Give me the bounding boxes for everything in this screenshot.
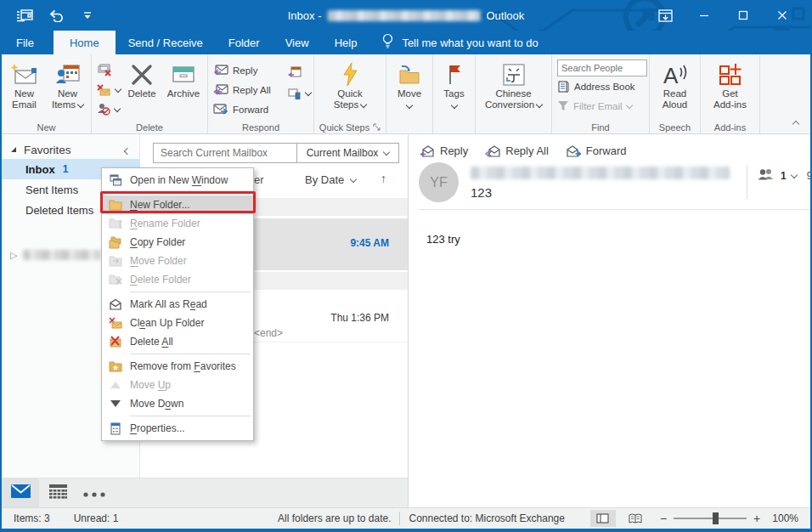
- group-label-quick-steps: Quick Steps: [314, 122, 386, 133]
- address-book-button[interactable]: Address Book: [552, 76, 649, 96]
- tell-me-box[interactable]: Tell me what you want to do: [381, 31, 538, 54]
- dialog-launcher-icon[interactable]: [373, 122, 381, 133]
- chevron-down-icon: [350, 175, 357, 182]
- favorites-header[interactable]: Favorites: [2, 139, 140, 160]
- tab-home[interactable]: Home: [54, 31, 116, 54]
- zoom-level[interactable]: 100%: [772, 512, 798, 524]
- reply-inline-button[interactable]: Reply: [420, 144, 468, 157]
- zoom-slider[interactable]: [674, 518, 747, 519]
- chevron-down-icon: [450, 102, 457, 109]
- menu-item-clean-up-folder[interactable]: Clean Up Folder: [102, 314, 253, 332]
- zoom-slider-thumb[interactable]: [713, 512, 719, 524]
- status-connection: Connected to: Microsoft Exchange: [409, 512, 564, 524]
- delete-button[interactable]: Delete: [122, 57, 161, 122]
- menu-item-label: Rename Folder: [130, 218, 200, 229]
- sort-dropdown[interactable]: By Date: [305, 173, 356, 186]
- forward-button[interactable]: Forward: [208, 99, 283, 119]
- search-people-input[interactable]: [557, 59, 647, 76]
- reply-all-inline-button[interactable]: Reply All: [485, 144, 549, 157]
- group-label-new: New: [2, 122, 91, 133]
- recipients-dropdown[interactable]: 1 9: [757, 168, 812, 184]
- zoom-in-button[interactable]: +: [753, 512, 760, 525]
- message-preview: <end>: [254, 327, 283, 339]
- menu-item-label: Move Down: [130, 398, 183, 410]
- sort-direction-icon[interactable]: ↑: [381, 172, 386, 185]
- status-divider: [399, 512, 400, 525]
- zoom-out-button[interactable]: −: [660, 512, 667, 525]
- reading-pane-toolbar: Reply Reply All Forward: [420, 144, 627, 157]
- ribbon-group-quick-steps: Quick Steps Quick Steps: [314, 54, 386, 133]
- filter-email-button[interactable]: Filter Email: [552, 96, 649, 116]
- tab-send-receive[interactable]: Send / Receive: [116, 31, 216, 54]
- menu-item-delete-folder[interactable]: Delete Folder: [102, 270, 253, 289]
- clean-up-button[interactable]: [92, 80, 122, 99]
- tab-view[interactable]: View: [273, 31, 322, 54]
- collapse-ribbon-icon[interactable]: [793, 118, 798, 128]
- menu-item-move-up[interactable]: Move Up: [102, 376, 253, 394]
- undo-icon[interactable]: [47, 5, 65, 25]
- nav-mail-button[interactable]: [2, 478, 39, 507]
- message-time: Thu 1:36 PM: [330, 312, 389, 324]
- ellipsis-icon: [83, 485, 105, 501]
- mailbox-search-box[interactable]: [153, 143, 297, 163]
- im-button[interactable]: [283, 86, 312, 101]
- reply-button[interactable]: Reply: [208, 60, 283, 80]
- archive-button[interactable]: Archive: [161, 57, 206, 122]
- move-up-icon: [106, 378, 124, 392]
- menu-item-move-down[interactable]: Move Down: [102, 394, 253, 413]
- tab-help[interactable]: Help: [322, 31, 370, 54]
- menu-item-open-in-new-window[interactable]: Open in New Window: [102, 171, 253, 190]
- ribbon-group-delete: Delete Archive Delete: [92, 54, 208, 133]
- nav-calendar-button[interactable]: [42, 478, 73, 507]
- status-folders-uptodate: All folders are up to date.: [278, 512, 391, 524]
- outlook-window: Inbox - Outlook File Home Send / Receive…: [0, 0, 812, 532]
- menu-item-remove-from-favorites[interactable]: Remove from Favorites: [102, 357, 253, 376]
- nav-more-button[interactable]: [78, 478, 110, 507]
- quick-steps-button[interactable]: Quick Steps: [322, 57, 378, 122]
- normal-view-button[interactable]: [590, 510, 616, 527]
- minimize-folder-pane-icon[interactable]: [125, 144, 130, 156]
- sender-avatar[interactable]: YF: [419, 162, 459, 202]
- new-items-button[interactable]: New Items: [47, 57, 89, 122]
- menu-item-properties[interactable]: Properties...: [102, 419, 253, 438]
- ribbon-group-new: NewEmail New Items New: [2, 54, 92, 133]
- mailbox-search-input[interactable]: [154, 147, 292, 159]
- tab-folder[interactable]: Folder: [216, 31, 273, 54]
- menu-item-move-folder[interactable]: Move Folder: [102, 252, 253, 270]
- tab-file[interactable]: File: [2, 31, 48, 54]
- forward-inline-button[interactable]: Forward: [566, 144, 627, 157]
- menu-item-rename-folder[interactable]: Rename Folder: [102, 214, 253, 233]
- search-scope-dropdown[interactable]: Current Mailbox: [297, 143, 399, 163]
- read-aloud-button[interactable]: A ReadAloud: [651, 57, 699, 122]
- minimize-button[interactable]: [685, 0, 724, 31]
- svg-text:A: A: [663, 63, 679, 87]
- ribbon-display-options-icon[interactable]: [646, 0, 685, 31]
- send-receive-status-icon[interactable]: [15, 5, 34, 25]
- open-in-new-window-icon: [106, 173, 124, 187]
- chevron-down-icon: [536, 100, 543, 107]
- get-addins-button[interactable]: GetAdd-ins: [707, 57, 754, 122]
- new-email-button[interactable]: NewEmail: [4, 57, 45, 122]
- tags-button[interactable]: Tags: [435, 57, 474, 122]
- window-controls: [646, 0, 802, 31]
- reading-view-button[interactable]: [623, 510, 648, 527]
- ribbon-group-respond: Reply Reply All Forward: [208, 54, 314, 133]
- maximize-button[interactable]: [724, 0, 763, 31]
- chinese-conversion-button[interactable]: Chinese Conversion: [477, 57, 550, 122]
- menu-item-mark-all-read[interactable]: Mark All as Read: [102, 295, 253, 314]
- junk-button[interactable]: [92, 99, 122, 119]
- header-rule: [419, 209, 810, 210]
- reply-with-meeting-button[interactable]: [283, 64, 312, 79]
- new-email-icon: [9, 60, 40, 88]
- reply-all-button[interactable]: Reply All: [208, 80, 283, 99]
- customize-qat-icon[interactable]: [78, 5, 97, 25]
- chevron-down-icon: [360, 100, 367, 107]
- move-button[interactable]: Move: [387, 57, 431, 122]
- menu-item-delete-all[interactable]: Delete All: [102, 332, 253, 351]
- chevron-down-icon: [790, 172, 797, 178]
- focused-other-tab-fragment[interactable]: er: [254, 173, 264, 186]
- menu-item-copy-folder[interactable]: Copy Folder: [102, 233, 253, 252]
- ignore-button[interactable]: [92, 60, 122, 80]
- chevron-down-icon: [406, 102, 413, 109]
- close-button[interactable]: [763, 0, 802, 31]
